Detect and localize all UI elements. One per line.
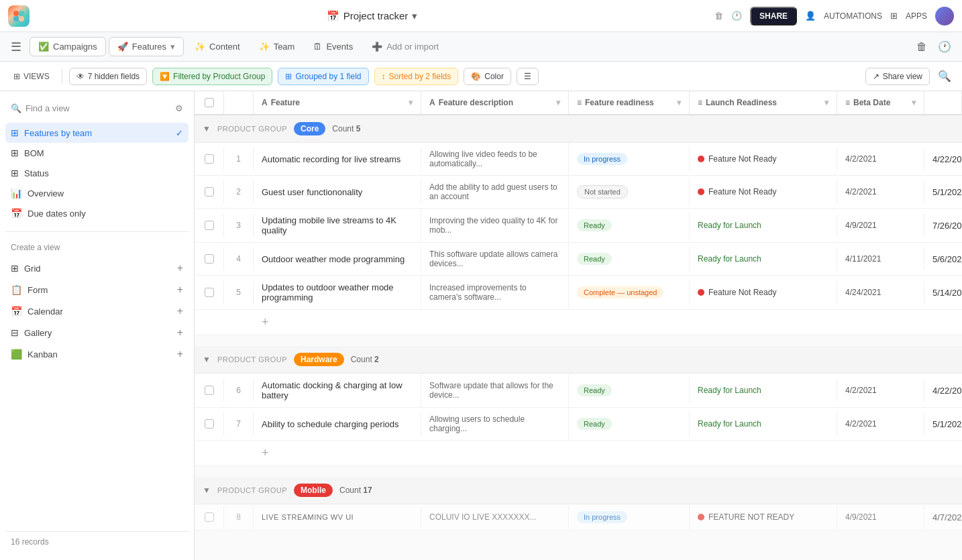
- col-header-check[interactable]: [195, 91, 224, 114]
- color-button[interactable]: 🎨 Color: [464, 68, 511, 85]
- features-dropdown[interactable]: ▾: [170, 42, 175, 52]
- automations-label[interactable]: AUTOMATIONS: [824, 11, 882, 21]
- campaigns-icon: ✅: [38, 42, 49, 52]
- status-badge-1[interactable]: In progress: [577, 153, 627, 165]
- status-badge-8[interactable]: In progress: [577, 511, 627, 523]
- group-tag-core[interactable]: Core: [294, 122, 325, 135]
- col-dropdown-icon[interactable]: ▾: [409, 98, 413, 107]
- sidebar-item-bom[interactable]: ⊞ BOM: [5, 143, 189, 163]
- cell-check-5[interactable]: [195, 281, 224, 304]
- sidebar-item-overview[interactable]: 📊 Overview: [5, 183, 189, 203]
- tab-features[interactable]: 🚀 Features ▾: [109, 37, 184, 56]
- sidebar-label-due-dates: Due dates only: [28, 209, 86, 219]
- create-calendar-button[interactable]: 📅 Calendar +: [5, 300, 189, 322]
- status-badge-7[interactable]: Ready: [577, 418, 612, 430]
- row-height-button[interactable]: ☰: [517, 68, 539, 85]
- create-grid-button[interactable]: ⊞ Grid +: [5, 258, 189, 279]
- cell-check-3[interactable]: [195, 214, 224, 237]
- cell-check-4[interactable]: [195, 247, 224, 270]
- title-dropdown-icon[interactable]: ▾: [412, 10, 417, 22]
- cell-check-7[interactable]: [195, 412, 224, 435]
- col-header-description[interactable]: A Feature description ▾: [421, 91, 569, 114]
- launch-label-6: Ready for Launch: [698, 386, 761, 395]
- group-chevron-mobile[interactable]: ▼: [203, 486, 211, 495]
- clock-tab-icon[interactable]: 🕐: [935, 38, 954, 56]
- row-checkbox[interactable]: [205, 154, 214, 164]
- group-icon: ⊞: [285, 72, 292, 81]
- row-checkbox[interactable]: [205, 419, 214, 429]
- app-logo[interactable]: [8, 5, 30, 27]
- cell-check-6[interactable]: [195, 379, 224, 402]
- launch-badge-6: Ready for Launch: [698, 386, 761, 395]
- col-header-beta[interactable]: ≡ Beta Date ▾: [837, 91, 924, 114]
- find-view-search[interactable]: 🔍 Find a view ⚙: [5, 99, 189, 117]
- tab-team[interactable]: ✨ Team: [251, 38, 303, 56]
- row-checkbox[interactable]: [205, 288, 214, 297]
- group-chevron-hardware[interactable]: ▼: [203, 355, 211, 364]
- share-view-button[interactable]: ↗ Share view: [865, 68, 930, 85]
- row-checkbox[interactable]: [205, 512, 214, 522]
- status-badge-3[interactable]: Ready: [577, 219, 612, 231]
- tab-campaigns[interactable]: ✅ Campaigns: [30, 37, 106, 56]
- views-button[interactable]: ⊞ VIEWS: [8, 68, 55, 85]
- tab-add-import[interactable]: ➕ Add or import: [364, 38, 447, 56]
- trash-icon[interactable]: 🗑: [714, 11, 723, 21]
- status-badge-2[interactable]: Not started: [577, 185, 628, 199]
- group-chevron-core[interactable]: ▼: [203, 124, 211, 133]
- create-form-button[interactable]: 📋 Form +: [5, 279, 189, 300]
- table-row: 3 Updating mobile live streams to 4K qua…: [195, 209, 962, 243]
- history-icon[interactable]: 🕐: [731, 11, 742, 21]
- tab-events[interactable]: 🗓 Events: [305, 38, 361, 56]
- col-header-feature[interactable]: A Feature ▾: [254, 91, 421, 114]
- cell-check-2[interactable]: [195, 180, 224, 203]
- desc-dropdown-icon[interactable]: ▾: [556, 98, 560, 107]
- sidebar-item-status[interactable]: ⊞ Status: [5, 163, 189, 183]
- select-all-checkbox[interactable]: [205, 98, 214, 107]
- launch-label-2: Feature Not Ready: [708, 187, 776, 197]
- cell-beta-3: 4/9/2021: [837, 214, 924, 237]
- row-checkbox[interactable]: [205, 187, 214, 197]
- cell-beta-1: 4/2/2021: [837, 148, 924, 170]
- cell-check-1[interactable]: [195, 148, 224, 170]
- status-badge-6[interactable]: Ready: [577, 384, 612, 396]
- group-tag-mobile[interactable]: Mobile: [294, 484, 333, 497]
- red-dot-2: [698, 188, 704, 195]
- kanban-create-icon: 🟩: [11, 349, 22, 359]
- settings-icon[interactable]: ⚙: [175, 103, 183, 113]
- create-gallery-button[interactable]: ⊟ Gallery +: [5, 322, 189, 343]
- hidden-fields-button[interactable]: 👁 7 hidden fields: [69, 68, 147, 85]
- readiness-dropdown-icon[interactable]: ▾: [677, 98, 681, 107]
- sidebar-item-features-by-team[interactable]: ⊞ Features by team ✓: [5, 123, 189, 143]
- add-row-core[interactable]: +: [195, 310, 962, 335]
- delete-tab-icon[interactable]: 🗑: [914, 38, 930, 56]
- col-header-readiness[interactable]: ≡ Feature readiness ▾: [569, 91, 690, 114]
- row-checkbox[interactable]: [205, 254, 214, 264]
- beta-dropdown-icon[interactable]: ▾: [912, 98, 916, 107]
- sidebar: 🔍 Find a view ⚙ ⊞ Features by team ✓ ⊞ B…: [0, 91, 195, 560]
- row-checkbox[interactable]: [205, 221, 214, 230]
- search-icon[interactable]: 🔍: [935, 67, 954, 85]
- share-button[interactable]: SHARE: [750, 7, 797, 25]
- row-checkbox[interactable]: [205, 386, 214, 395]
- add-row-hardware[interactable]: +: [195, 441, 962, 466]
- apps-label[interactable]: APPS: [906, 11, 927, 21]
- status-badge-5[interactable]: Complete — unstaged: [577, 286, 663, 298]
- tab-content[interactable]: ✨ Content: [186, 38, 248, 56]
- status-badge-4[interactable]: Ready: [577, 253, 612, 265]
- filtered-button[interactable]: 🔽 Filtered by Product Group: [152, 68, 272, 85]
- grouped-button[interactable]: ⊞ Grouped by 1 field: [278, 68, 368, 85]
- cell-beta-7: 4/2/2021: [837, 412, 924, 435]
- apps-icon[interactable]: ⊞: [890, 11, 898, 21]
- cell-check-8[interactable]: [195, 506, 224, 528]
- automations-icon[interactable]: 👤: [805, 11, 816, 21]
- sidebar-item-due-dates-only[interactable]: 📅 Due dates only: [5, 203, 189, 223]
- menu-icon[interactable]: ☰: [8, 37, 24, 57]
- sorted-button[interactable]: ↕ Sorted by 2 fields: [374, 68, 459, 85]
- cell-desc-8: COLUIV IO LIVE XXXXXXX...: [421, 506, 569, 528]
- col-header-launch[interactable]: ≡ Launch Readiness ▾: [690, 91, 837, 114]
- create-kanban-button[interactable]: 🟩 Kanban +: [5, 343, 189, 365]
- group-tag-hardware[interactable]: Hardware: [294, 353, 344, 366]
- user-avatar[interactable]: [935, 7, 954, 25]
- launch-dropdown-icon[interactable]: ▾: [824, 98, 829, 107]
- launch-label-3: Ready for Launch: [698, 221, 761, 230]
